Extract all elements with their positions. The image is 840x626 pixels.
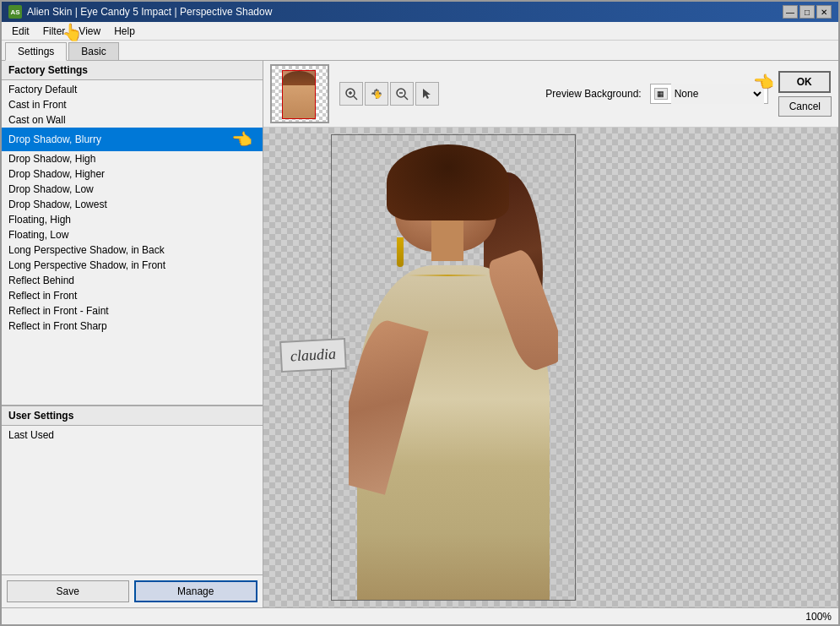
image-canvas [331,134,576,601]
tab-settings[interactable]: Settings [5,42,67,61]
svg-line-1 [354,96,357,100]
zoom-out-tool-button[interactable] [390,82,414,106]
filter-hand-icon: 👆 [62,22,83,42]
tab-basic[interactable]: Basic [68,42,118,60]
list-item[interactable]: Reflect in Front Sharp [2,318,263,334]
title-buttons: — □ ✕ [783,5,832,19]
select-tool-button[interactable] [415,82,439,106]
list-item[interactable]: Floating, Low [2,227,263,242]
thumbnail-area [270,64,329,123]
list-item[interactable]: Drop Shadow, Lowest [2,197,263,212]
toolbar-icons: ✋ [339,82,439,106]
preview-bg-select-container: ▦ None Black White Gray [650,84,768,104]
factory-settings-header: Factory Settings [2,61,263,80]
minimize-button[interactable]: — [783,5,798,19]
left-panel: Factory Settings Factory Default Cast in… [2,61,263,607]
preview-area[interactable]: claudia [263,128,838,607]
list-item[interactable]: Cast on Wall [2,112,263,128]
title-bar-left: AS Alien Skin | Eye Candy 5 Impact | Per… [8,5,272,19]
ok-hand-icon: 👈 [753,72,774,92]
preview-bg-dropdown[interactable]: None Black White Gray [671,84,764,104]
svg-text:✋: ✋ [373,90,383,100]
list-item[interactable]: Drop Shadow, Low [2,182,263,197]
preview-toolbar: ✋ Preview Background: ▦ None Black [263,61,838,128]
user-settings-list[interactable]: Last Used [2,426,263,574]
person-figure [349,135,558,600]
preview-bg-icon: ▦ [654,88,668,100]
list-item-selected[interactable]: Drop Shadow, Blurry 👈 [2,128,263,151]
main-content: Factory Settings Factory Default Cast in… [2,61,838,607]
menu-edit[interactable]: Edit [5,24,36,39]
menu-bar: Edit Filter 👆 View Help [2,22,838,41]
zoom-tool-button[interactable] [339,82,363,106]
ok-cancel-area: 👈 OK Cancel [778,71,832,117]
main-window: AS Alien Skin | Eye Candy 5 Impact | Per… [0,0,840,626]
close-button[interactable]: ✕ [816,5,832,19]
pan-tool-button[interactable]: ✋ [365,82,388,106]
ok-button[interactable]: OK [778,71,831,93]
maximize-button[interactable]: □ [799,5,815,19]
factory-settings-panel: Factory Settings Factory Default Cast in… [2,61,263,406]
window-title: Alien Skin | Eye Candy 5 Impact | Perspe… [27,6,272,18]
list-item[interactable]: Floating, High [2,212,263,227]
save-button[interactable]: Save [7,580,129,602]
list-item[interactable]: Cast in Front [2,97,263,112]
claudia-watermark: claudia [279,338,347,373]
list-item[interactable]: Long Perspective Shadow, in Back [2,242,263,258]
user-settings-panel: User Settings Last Used [2,406,263,574]
list-item[interactable]: Last Used [2,427,263,443]
preset-list-wrapper: Factory Default Cast in Front Cast on Wa… [2,80,263,405]
title-bar: AS Alien Skin | Eye Candy 5 Impact | Per… [2,2,838,22]
list-item[interactable]: Drop Shadow, High [2,151,263,166]
list-item[interactable]: Reflect in Front - Faint [2,303,263,318]
status-bar: 100% [2,607,838,624]
tabs-bar: Settings Basic [2,41,838,61]
svg-line-6 [404,96,408,100]
right-panel: ✋ Preview Background: ▦ None Black [263,61,838,607]
menu-help[interactable]: Help [107,24,142,39]
list-item[interactable]: Factory Default [2,82,263,97]
list-item[interactable]: Drop Shadow, Higher [2,166,263,182]
selected-item-label: Drop Shadow, Blurry [8,133,101,145]
manage-button[interactable]: Manage [134,580,258,602]
app-icon: AS [8,5,22,19]
list-item[interactable]: Reflect in Front [2,288,263,303]
preset-list[interactable]: Factory Default Cast in Front Cast on Wa… [2,80,263,405]
list-item[interactable]: Reflect Behind [2,273,263,288]
ok-button-area: 👈 OK [778,71,832,93]
panel-buttons: Save Manage [2,574,263,607]
cancel-button[interactable]: Cancel [778,96,832,117]
list-item[interactable]: Long Perspective Shadow, in Front [2,258,263,273]
menu-filter[interactable]: Filter 👆 [36,24,73,39]
zoom-level: 100% [805,611,832,623]
user-settings-header: User Settings [2,406,263,426]
item-hand-icon: 👈 [231,129,252,150]
preview-bg-label: Preview Background: [545,88,641,100]
